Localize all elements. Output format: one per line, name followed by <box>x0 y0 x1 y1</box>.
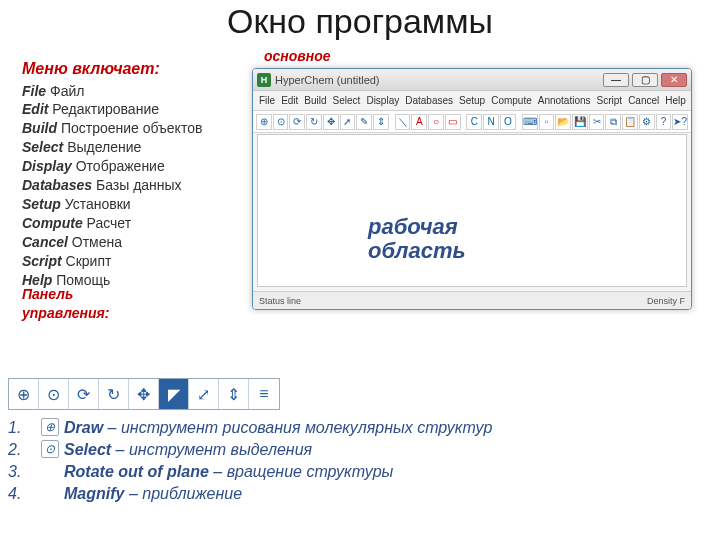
tool-paste-icon[interactable]: 📋 <box>622 114 638 130</box>
window-title: HyperChem (untitled) <box>275 74 600 86</box>
titlebar: H HyperChem (untitled) — ▢ ✕ <box>253 69 691 91</box>
tool-arrow-icon[interactable]: ➚ <box>340 114 356 130</box>
menu-bar[interactable]: File Edit Build Select Display Databases… <box>253 91 691 111</box>
tool-rotate-icon[interactable]: ⟳ <box>289 114 305 130</box>
tool-help-icon[interactable]: ? <box>656 114 672 130</box>
ctrl-draw-icon[interactable]: ⊕ <box>9 379 39 409</box>
tool-prefs-icon[interactable]: ⚙ <box>639 114 655 130</box>
menu-script[interactable]: Script <box>597 95 623 106</box>
minimize-button[interactable]: — <box>603 73 629 87</box>
tool-line-icon[interactable]: ＼ <box>395 114 411 130</box>
tool-open-icon[interactable]: 📂 <box>555 114 571 130</box>
menu-help[interactable]: Help <box>665 95 686 106</box>
toolbar: ⊕ ⊙ ⟳ ↻ ✥ ➚ ✎ ⇕ ＼ A ○ ▭ C N O ⌨ ▫ 📂 💾 ✂ … <box>253 111 691 133</box>
tool-translate-icon[interactable]: ✥ <box>323 114 339 130</box>
app-window: H HyperChem (untitled) — ▢ ✕ File Edit B… <box>252 68 692 310</box>
tool-circle-icon[interactable]: ○ <box>428 114 444 130</box>
status-right: Density F <box>647 296 685 306</box>
tool-copy-icon[interactable]: ⧉ <box>605 114 621 130</box>
menu-select[interactable]: Select <box>333 95 361 106</box>
ctrl-translate-icon[interactable]: ✥ <box>129 379 159 409</box>
status-bar: Status line Density F <box>253 291 691 309</box>
close-button[interactable]: ✕ <box>661 73 687 87</box>
ctrl-zoomin-icon[interactable]: ⤢ <box>189 379 219 409</box>
control-strip: ⊕ ⊙ ⟳ ↻ ✥ ◤ ⤢ ⇕ ≡ <box>8 378 280 410</box>
tool-o-icon[interactable]: O <box>500 114 516 130</box>
list-item: 2. ⊙ Select – инструмент выделения <box>8 440 708 460</box>
menu-edit[interactable]: Edit <box>281 95 298 106</box>
ctrl-rotatexy-icon[interactable]: ⟳ <box>69 379 99 409</box>
work-area[interactable]: рабочая область <box>257 134 687 287</box>
tool-c-icon[interactable]: C <box>466 114 482 130</box>
menu-file[interactable]: File <box>259 95 275 106</box>
menu-setup[interactable]: Setup <box>459 95 485 106</box>
tool-n-icon[interactable]: N <box>483 114 499 130</box>
tool-save-icon[interactable]: 💾 <box>572 114 588 130</box>
left-subhead: Панель управления: <box>22 285 232 323</box>
page-title: Окно программы <box>0 2 720 41</box>
menu-databases[interactable]: Databases <box>405 95 453 106</box>
ctrl-rotatez-icon[interactable]: ↻ <box>99 379 129 409</box>
tool-calc-icon[interactable]: ⌨ <box>522 114 538 130</box>
tool-rotatez-icon[interactable]: ↻ <box>306 114 322 130</box>
tool-cut-icon[interactable]: ✂ <box>589 114 605 130</box>
ctrl-clip-icon[interactable]: ≡ <box>249 379 279 409</box>
list-item: 4. Magnify – приближение <box>8 484 708 504</box>
list-item: 1. ⊕ Draw – инструмент рисования молекул… <box>8 418 708 438</box>
left-title: Меню включает: <box>22 58 232 80</box>
tool-text-a-icon[interactable]: A <box>411 114 427 130</box>
menu-annotations[interactable]: Annotations <box>538 95 591 106</box>
ann-work-area: рабочая область <box>368 215 466 263</box>
tool-zoomout-icon[interactable]: ⇕ <box>373 114 389 130</box>
tool-draw-icon[interactable]: ⊕ <box>256 114 272 130</box>
list-item: 3. Rotate out of plane – вращение структ… <box>8 462 708 482</box>
status-left: Status line <box>259 296 301 306</box>
tool-select-icon[interactable]: ⊙ <box>273 114 289 130</box>
ctrl-select-icon[interactable]: ⊙ <box>39 379 69 409</box>
tool-zoomin-icon[interactable]: ✎ <box>356 114 372 130</box>
ctrl-zoomout-icon[interactable]: ⇕ <box>219 379 249 409</box>
mini-draw-icon: ⊕ <box>41 418 59 436</box>
menu-compute[interactable]: Compute <box>491 95 532 106</box>
tool-new-icon[interactable]: ▫ <box>539 114 555 130</box>
tools-list: 1. ⊕ Draw – инструмент рисования молекул… <box>8 418 708 506</box>
ctrl-magnify-icon[interactable]: ◤ <box>159 379 189 409</box>
tool-rect-icon[interactable]: ▭ <box>445 114 461 130</box>
menu-display[interactable]: Display <box>366 95 399 106</box>
left-menu-panel: Меню включает: File Файл Edit Редактиров… <box>22 58 232 323</box>
app-icon: H <box>257 73 271 87</box>
menu-build[interactable]: Build <box>304 95 326 106</box>
maximize-button[interactable]: ▢ <box>632 73 658 87</box>
mini-select-icon: ⊙ <box>41 440 59 458</box>
tool-pointer-icon[interactable]: ➤? <box>672 114 688 130</box>
menu-cancel[interactable]: Cancel <box>628 95 659 106</box>
